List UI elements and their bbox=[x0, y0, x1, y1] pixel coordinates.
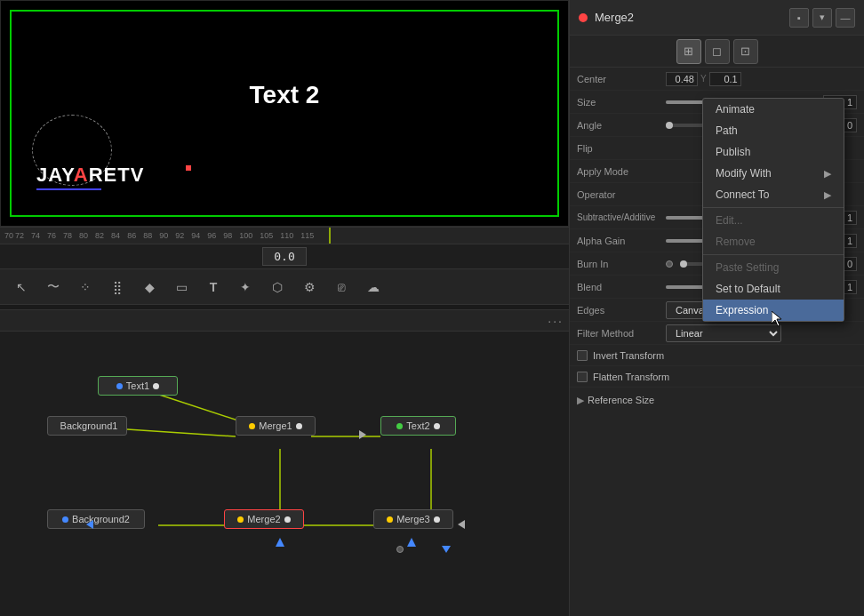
node-label: Text2 bbox=[406, 420, 429, 431]
node-merge2[interactable]: Merge2 bbox=[224, 509, 304, 529]
svg-marker-8 bbox=[407, 538, 416, 547]
invert-transform-label: Invert Transform bbox=[593, 350, 664, 361]
playback-bar: 0.0 bbox=[0, 244, 569, 269]
logo-a2: A bbox=[74, 164, 89, 186]
ctx-remove-label: Remove bbox=[716, 236, 756, 248]
logo-area: JAYARETV bbox=[36, 164, 144, 190]
tool-dots[interactable]: ⣿ bbox=[105, 275, 130, 300]
ctx-connect-to[interactable]: Connect To ▶ bbox=[703, 184, 844, 205]
ruler-mark: 94 bbox=[191, 231, 200, 240]
tool-star[interactable]: ✦ bbox=[233, 275, 258, 300]
node-label: Merge3 bbox=[396, 514, 429, 524]
tool-rect[interactable]: ▭ bbox=[169, 275, 194, 300]
nodes-canvas[interactable]: Text1 Background1 Merge1 Text2 bbox=[0, 332, 569, 616]
node-label: Merge2 bbox=[247, 514, 280, 524]
node-label: Merge1 bbox=[259, 420, 292, 431]
prop-size-label: Size bbox=[577, 97, 666, 108]
ctx-publish-label: Publish bbox=[716, 146, 750, 158]
prop-center-row: Center Y bbox=[570, 68, 864, 91]
ctx-connect-to-label: Connect To bbox=[716, 188, 770, 201]
ctx-publish[interactable]: Publish bbox=[703, 141, 844, 163]
panel-title: Merge2 bbox=[595, 11, 782, 24]
node-dot-out bbox=[434, 516, 440, 523]
svg-line-1 bbox=[127, 429, 236, 436]
ctx-expression[interactable]: Expression bbox=[703, 300, 844, 321]
prop-blend-label: Blend bbox=[577, 282, 666, 292]
node-dot bbox=[249, 423, 255, 429]
invert-transform-row: Invert Transform bbox=[570, 345, 864, 366]
tab-color[interactable]: ◻ bbox=[705, 39, 730, 64]
reference-size-row[interactable]: ▶ Reference Size bbox=[570, 388, 864, 412]
tab-layout[interactable]: ⊞ bbox=[676, 39, 701, 64]
tool-cube[interactable]: ⬡ bbox=[265, 275, 290, 300]
node-background2[interactable]: Background2 bbox=[47, 509, 145, 529]
playhead[interactable] bbox=[329, 228, 331, 244]
panel-icon-square[interactable]: ▪ bbox=[789, 8, 809, 28]
node-editor-menu[interactable]: ··· bbox=[548, 314, 564, 328]
tool-cloud[interactable]: ☁ bbox=[361, 275, 386, 300]
panel-header-icons: ▪ ▾ — bbox=[789, 8, 855, 28]
tool-diamond[interactable]: ◆ bbox=[137, 275, 162, 300]
tool-stamp[interactable]: ⎚ bbox=[329, 275, 354, 300]
ctx-paste-setting: Paste Setting bbox=[703, 257, 844, 278]
prop-filter-method-label: Filter Method bbox=[577, 328, 666, 339]
tool-text[interactable]: T bbox=[201, 275, 226, 300]
node-text1[interactable]: Text1 bbox=[98, 376, 178, 396]
panel-header: Merge2 ▪ ▾ — bbox=[570, 0, 864, 36]
node-connections-svg bbox=[0, 332, 569, 616]
tool-wave[interactable]: 〜 bbox=[41, 275, 66, 300]
svg-marker-7 bbox=[276, 538, 284, 547]
ruler-mark: 72 bbox=[15, 231, 24, 240]
ctx-path-label: Path bbox=[716, 124, 738, 137]
filter-method-select[interactable]: Linear Nearest Bicubic bbox=[666, 324, 781, 342]
tab-transform[interactable]: ⊡ bbox=[733, 39, 758, 64]
prop-burn-in-label: Burn In bbox=[577, 259, 666, 269]
center-x-input[interactable] bbox=[666, 72, 698, 86]
ruler-mark: 100 bbox=[239, 231, 252, 240]
flatten-transform-label: Flatten Transform bbox=[593, 372, 669, 382]
ctx-modify-with[interactable]: Modify With ▶ bbox=[703, 163, 844, 184]
ctx-path[interactable]: Path bbox=[703, 120, 844, 141]
logo-e: E bbox=[104, 164, 118, 186]
node-merge1[interactable]: Merge1 bbox=[236, 416, 316, 436]
ruler-mark: 84 bbox=[111, 231, 120, 240]
tool-gear[interactable]: ⚙ bbox=[297, 275, 322, 300]
tool-scatter[interactable]: ⁘ bbox=[73, 275, 98, 300]
panel-icon-dropdown[interactable]: ▾ bbox=[812, 8, 832, 28]
panel-status-dot bbox=[579, 13, 588, 22]
node-dot bbox=[116, 383, 123, 389]
ctx-arrow-icon2: ▶ bbox=[824, 189, 831, 201]
node-label: Text1 bbox=[126, 380, 149, 391]
node-arrow-left bbox=[86, 520, 93, 529]
node-label: Background2 bbox=[72, 514, 130, 524]
ctx-separator2 bbox=[703, 254, 844, 255]
panel-icon-minimize[interactable]: — bbox=[836, 8, 855, 28]
center-y-input[interactable] bbox=[709, 72, 741, 86]
prop-center-label: Center bbox=[577, 74, 666, 84]
ruler-mark: 98 bbox=[223, 231, 232, 240]
flatten-transform-checkbox[interactable] bbox=[577, 372, 588, 382]
ctx-animate[interactable]: Animate bbox=[703, 99, 844, 120]
ctx-modify-with-label: Modify With bbox=[716, 167, 772, 180]
node-merge3[interactable]: Merge3 bbox=[373, 509, 453, 529]
invert-transform-checkbox[interactable] bbox=[577, 350, 588, 361]
ctx-set-default-label: Set to Default bbox=[716, 283, 780, 295]
logo-a1: A bbox=[48, 164, 61, 186]
node-text2[interactable]: Text2 bbox=[380, 416, 456, 436]
ctx-paste-setting-label: Paste Setting bbox=[716, 261, 779, 274]
tool-arrow[interactable]: ↖ bbox=[9, 275, 34, 300]
logo-j: J bbox=[36, 164, 48, 186]
logo-r: R bbox=[89, 164, 104, 186]
node-background1[interactable]: Background1 bbox=[47, 416, 127, 436]
logo-tv: TV bbox=[117, 164, 144, 186]
context-menu: Animate Path Publish Modify With ▶ Conne… bbox=[702, 98, 844, 322]
ctx-set-default[interactable]: Set to Default bbox=[703, 278, 844, 300]
prop-subtractive-label: Subtractive/Additive bbox=[577, 212, 666, 222]
timecode-display: 0.0 bbox=[262, 247, 306, 266]
ruler-mark: 70 bbox=[4, 231, 13, 240]
prop-alpha-gain-label: Alpha Gain bbox=[577, 236, 666, 246]
ctx-separator1 bbox=[703, 207, 844, 208]
logo-y: Y bbox=[61, 164, 74, 186]
ruler-mark: 82 bbox=[95, 231, 104, 240]
node-dot-out bbox=[153, 383, 159, 389]
